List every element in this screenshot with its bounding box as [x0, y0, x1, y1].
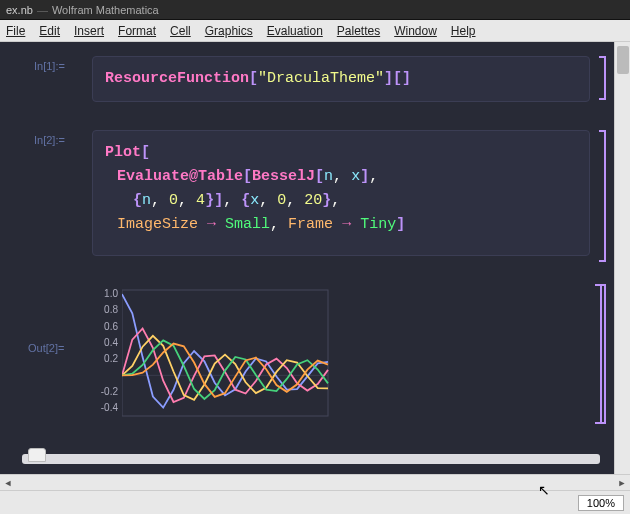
- notebook-area[interactable]: In[1]:= ResourceFunction["DraculaTheme"]…: [0, 42, 614, 474]
- menu-format[interactable]: Format: [118, 24, 156, 38]
- menu-palettes[interactable]: Palettes: [337, 24, 380, 38]
- y-tick-label: 1.0: [92, 288, 118, 299]
- in-label-1: In[1]:=: [34, 60, 65, 72]
- menu-window[interactable]: Window: [394, 24, 437, 38]
- vertical-scroll-thumb[interactable]: [617, 46, 629, 74]
- menu-edit[interactable]: Edit: [39, 24, 60, 38]
- series-J2: [122, 336, 328, 400]
- y-tick-label: 0.2: [92, 353, 118, 364]
- token-besselj: BesselJ: [252, 168, 315, 185]
- y-tick-label: -0.4: [92, 402, 118, 413]
- series-J3: [122, 340, 328, 399]
- input-cell-2[interactable]: Plot[ Evaluate@Table[BesselJ[n, x], {n, …: [92, 130, 590, 256]
- horizontal-scrollbar[interactable]: ◄ ►: [0, 475, 630, 491]
- token-plot: Plot: [105, 144, 141, 161]
- notebook-bottom-bar[interactable]: [22, 454, 600, 464]
- menu-evaluation[interactable]: Evaluation: [267, 24, 323, 38]
- menu-cell[interactable]: Cell: [170, 24, 191, 38]
- menu-graphics[interactable]: Graphics: [205, 24, 253, 38]
- y-tick-label: 0.8: [92, 304, 118, 315]
- title-separator: —: [37, 4, 48, 16]
- token-resourcefunction: ResourceFunction: [105, 70, 249, 87]
- cell-bracket-2-out[interactable]: [600, 284, 606, 430]
- mouse-cursor-icon: ↖: [538, 482, 550, 498]
- window-titlebar: ex.nb — Wolfram Mathematica: [0, 0, 630, 20]
- status-bar: ↖ 100%: [0, 490, 630, 514]
- notebook-tab-icon[interactable]: [28, 448, 46, 462]
- menu-insert[interactable]: Insert: [74, 24, 104, 38]
- cell-bracket-1[interactable]: [600, 56, 606, 106]
- cell-bracket-2-in[interactable]: [600, 130, 606, 270]
- input-cell-1[interactable]: ResourceFunction["DraculaTheme"][]: [92, 56, 590, 102]
- window-appname: Wolfram Mathematica: [52, 4, 159, 16]
- y-tick-label: -0.2: [92, 386, 118, 397]
- token-string-draculatheme: "DraculaTheme": [258, 70, 384, 87]
- token-imagesize: ImageSize: [117, 216, 198, 233]
- in-label-2: In[2]:=: [34, 134, 65, 146]
- y-tick-label: 0.6: [92, 321, 118, 332]
- menu-file[interactable]: File: [6, 24, 25, 38]
- token-table: Table: [198, 168, 243, 185]
- scroll-left-icon[interactable]: ◄: [2, 477, 14, 489]
- token-frame: Frame: [288, 216, 333, 233]
- vertical-scrollbar[interactable]: [614, 42, 630, 474]
- zoom-level[interactable]: 100%: [578, 495, 624, 511]
- output-plot[interactable]: 1.00.80.60.40.2-0.2-0.4: [92, 284, 590, 424]
- scroll-right-icon[interactable]: ►: [616, 477, 628, 489]
- token-evaluate: Evaluate: [117, 168, 189, 185]
- window-filename: ex.nb: [6, 4, 33, 16]
- y-tick-label: 0.4: [92, 337, 118, 348]
- menu-help[interactable]: Help: [451, 24, 476, 38]
- bessel-plot: [122, 284, 362, 424]
- out-label-2: Out[2]=: [28, 342, 64, 354]
- menubar: File Edit Insert Format Cell Graphics Ev…: [0, 20, 630, 42]
